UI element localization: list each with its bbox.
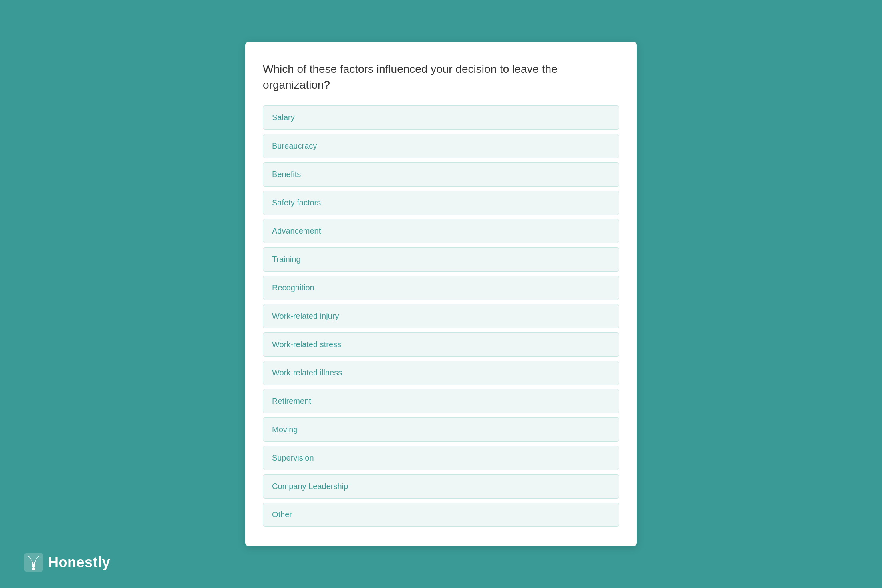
option-salary[interactable]: Salary xyxy=(263,105,619,130)
option-label-recognition: Recognition xyxy=(272,283,314,292)
option-advancement[interactable]: Advancement xyxy=(263,219,619,243)
option-work-related-injury[interactable]: Work-related injury xyxy=(263,304,619,328)
option-benefits[interactable]: Benefits xyxy=(263,162,619,187)
option-label-moving: Moving xyxy=(272,425,298,434)
svg-point-1 xyxy=(32,567,35,570)
option-label-retirement: Retirement xyxy=(272,397,311,405)
option-retirement[interactable]: Retirement xyxy=(263,389,619,413)
option-other[interactable]: Other xyxy=(263,503,619,527)
options-list: SalaryBureaucracyBenefitsSafety factorsA… xyxy=(263,105,619,527)
option-label-benefits: Benefits xyxy=(272,170,301,179)
option-safety-factors[interactable]: Safety factors xyxy=(263,191,619,215)
option-label-other: Other xyxy=(272,510,292,519)
option-work-related-illness[interactable]: Work-related illness xyxy=(263,361,619,385)
survey-card: Which of these factors influenced your d… xyxy=(245,42,637,546)
option-label-work-related-stress: Work-related stress xyxy=(272,340,341,349)
option-label-work-related-injury: Work-related injury xyxy=(272,312,339,320)
option-label-safety-factors: Safety factors xyxy=(272,198,321,207)
option-bureaucracy[interactable]: Bureaucracy xyxy=(263,134,619,158)
option-label-salary: Salary xyxy=(272,113,295,122)
option-moving[interactable]: Moving xyxy=(263,417,619,442)
branding-name: Honestly xyxy=(48,554,110,571)
option-label-training: Training xyxy=(272,255,301,264)
option-recognition[interactable]: Recognition xyxy=(263,276,619,300)
option-work-related-stress[interactable]: Work-related stress xyxy=(263,332,619,357)
option-label-bureaucracy: Bureaucracy xyxy=(272,141,317,150)
honestly-logo xyxy=(24,553,43,572)
option-label-company-leadership: Company Leadership xyxy=(272,482,348,491)
question-text: Which of these factors influenced your d… xyxy=(263,61,619,92)
option-label-work-related-illness: Work-related illness xyxy=(272,368,342,377)
branding: Honestly xyxy=(24,553,110,572)
option-label-advancement: Advancement xyxy=(272,226,321,235)
option-supervision[interactable]: Supervision xyxy=(263,446,619,470)
option-training[interactable]: Training xyxy=(263,247,619,272)
option-company-leadership[interactable]: Company Leadership xyxy=(263,474,619,499)
option-label-supervision: Supervision xyxy=(272,453,314,462)
